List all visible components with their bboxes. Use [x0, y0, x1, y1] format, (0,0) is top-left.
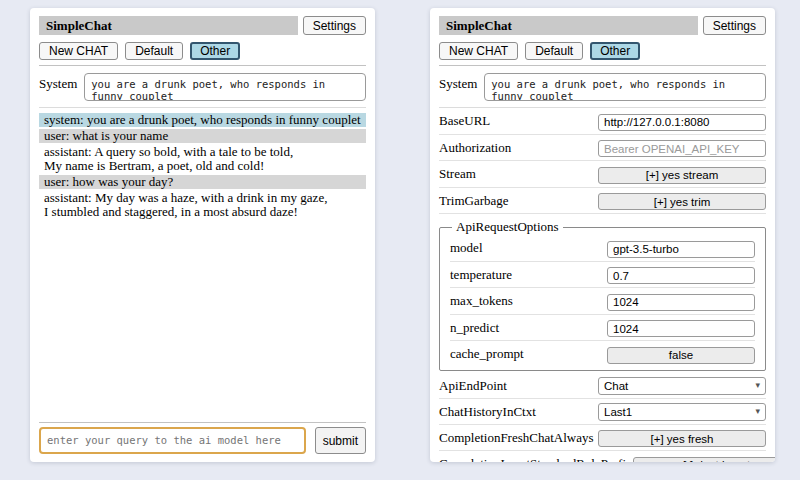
- temperature-input[interactable]: [607, 267, 755, 284]
- model-label: model: [450, 240, 607, 256]
- model-input[interactable]: [607, 241, 755, 258]
- setting-row-baseurl: BaseURL: [439, 108, 766, 135]
- chat-history-in-ctxt-select[interactable]: Last1 ▾: [598, 403, 766, 421]
- new-chat-button[interactable]: New CHAT: [39, 42, 118, 60]
- submit-button[interactable]: submit: [315, 427, 366, 454]
- query-row: submit: [39, 427, 366, 454]
- api-request-options-fieldset: ApiRequestOptions model temperature max_…: [439, 219, 766, 371]
- header-row: SimpleChat Settings: [439, 16, 766, 35]
- system-prompt-row: System you are a drunk poet, who respond…: [39, 73, 366, 101]
- header-row: SimpleChat Settings: [39, 16, 366, 35]
- baseurl-label: BaseURL: [439, 113, 598, 129]
- session-row: New CHAT Default Other: [39, 42, 366, 60]
- api-request-options-legend: ApiRequestOptions: [452, 219, 563, 235]
- system-prompt-input[interactable]: you are a drunk poet, who responds in fu…: [484, 73, 766, 101]
- setting-row-api-endpoint: ApiEndPoint Chat ▾: [439, 373, 766, 399]
- trimgarbage-label: TrimGarbage: [439, 193, 598, 209]
- setting-row-chat-history-in-ctxt: ChatHistoryInCtxt Last1 ▾: [439, 399, 766, 425]
- stream-toggle-button[interactable]: [+] yes stream: [598, 167, 766, 184]
- setting-row-n-predict: n_predict: [450, 315, 755, 342]
- settings-button[interactable]: Settings: [703, 16, 766, 35]
- app-title: SimpleChat: [439, 16, 698, 35]
- api-endpoint-select[interactable]: Chat ▾: [598, 377, 766, 395]
- chat-message-list: system: you are a drunk poet, who respon…: [39, 113, 366, 221]
- cache-prompt-label: cache_prompt: [450, 346, 607, 362]
- default-session-button[interactable]: Default: [125, 42, 183, 60]
- trimgarbage-toggle-button[interactable]: [+] yes trim: [598, 193, 766, 210]
- divider: [439, 65, 766, 66]
- chat-message-user: user: how was your day?: [39, 175, 366, 189]
- setting-row-temperature: temperature: [450, 262, 755, 289]
- completion-insert-role-prefix-toggle-button[interactable]: [-] dont insert: [633, 457, 775, 463]
- max-tokens-input[interactable]: [607, 294, 755, 311]
- chevron-down-icon: ▾: [755, 381, 760, 390]
- user-query-input[interactable]: [39, 427, 306, 454]
- session-row: New CHAT Default Other: [439, 42, 766, 60]
- app-title: SimpleChat: [39, 16, 298, 35]
- query-section: submit: [39, 417, 366, 454]
- chat-message-user: user: what is your name: [39, 129, 366, 143]
- system-prompt-input[interactable]: you are a drunk poet, who responds in fu…: [84, 73, 366, 101]
- new-chat-button[interactable]: New CHAT: [439, 42, 518, 60]
- completion-fresh-chat-toggle-button[interactable]: [+] yes fresh: [598, 430, 766, 447]
- chevron-down-icon: ▾: [755, 407, 760, 416]
- api-endpoint-label: ApiEndPoint: [439, 378, 598, 394]
- chat-message-assistant: assistant: A query so bold, with a tale …: [39, 145, 366, 173]
- chat-history-selected-value: Last1: [604, 406, 632, 418]
- n-predict-label: n_predict: [450, 320, 607, 336]
- authorization-label: Authorization: [439, 140, 598, 156]
- chat-message-system: system: you are a drunk poet, who respon…: [39, 113, 366, 127]
- setting-row-stream: Stream [+] yes stream: [439, 161, 766, 188]
- chat-message-assistant: assistant: My day was a haze, with a dri…: [39, 191, 366, 219]
- setting-row-completion-insert-role-prefix: CompletionInsertStandardRolePrefix [-] d…: [439, 451, 766, 462]
- setting-row-max-tokens: max_tokens: [450, 288, 755, 315]
- completion-fresh-chat-label: CompletionFreshChatAlways: [439, 430, 598, 446]
- authorization-input[interactable]: [598, 140, 766, 157]
- api-endpoint-selected-value: Chat: [604, 380, 628, 392]
- settings-button[interactable]: Settings: [303, 16, 366, 35]
- stream-label: Stream: [439, 166, 598, 182]
- baseurl-input[interactable]: [598, 114, 766, 131]
- system-prompt-row: System you are a drunk poet, who respond…: [439, 73, 766, 101]
- n-predict-input[interactable]: [607, 320, 755, 337]
- setting-row-trimgarbage: TrimGarbage [+] yes trim: [439, 188, 766, 215]
- temperature-label: temperature: [450, 267, 607, 283]
- cache-prompt-toggle-button[interactable]: false: [607, 347, 755, 364]
- settings-panel: SimpleChat Settings New CHAT Default Oth…: [430, 8, 775, 462]
- max-tokens-label: max_tokens: [450, 293, 607, 309]
- divider: [39, 107, 366, 108]
- system-prompt-label: System: [39, 73, 77, 101]
- completion-insert-role-prefix-label: CompletionInsertStandardRolePrefix: [439, 456, 633, 462]
- setting-row-authorization: Authorization: [439, 135, 766, 162]
- other-session-button[interactable]: Other: [590, 42, 640, 60]
- system-prompt-label: System: [439, 73, 477, 101]
- default-session-button[interactable]: Default: [525, 42, 583, 60]
- setting-row-completion-fresh-chat: CompletionFreshChatAlways [+] yes fresh: [439, 425, 766, 452]
- setting-row-model: model: [450, 235, 755, 262]
- divider: [39, 65, 366, 66]
- settings-form: BaseURL Authorization Stream [+] yes str…: [439, 108, 766, 462]
- chat-history-in-ctxt-label: ChatHistoryInCtxt: [439, 404, 598, 420]
- setting-row-cache-prompt: cache_prompt false: [450, 341, 755, 367]
- other-session-button[interactable]: Other: [190, 42, 240, 60]
- chat-panel: SimpleChat Settings New CHAT Default Oth…: [30, 8, 375, 462]
- divider: [39, 422, 366, 423]
